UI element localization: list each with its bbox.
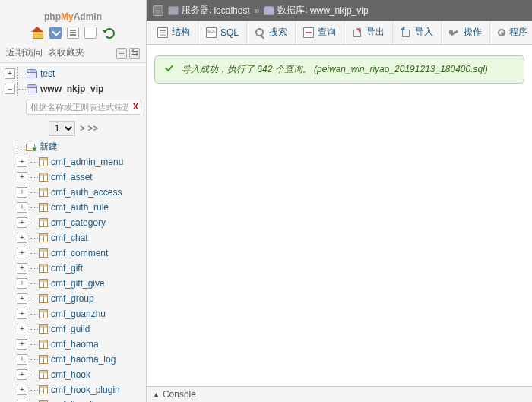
tree-table-row[interactable]: +cmf_hook_plugin <box>3 382 146 397</box>
favorites-link[interactable]: 表收藏夹 <box>48 47 84 58</box>
table-filter-input[interactable] <box>26 100 141 115</box>
expand-toggle[interactable]: + <box>17 157 27 167</box>
table-icon <box>39 324 48 334</box>
table-icon <box>39 355 48 364</box>
expand-toggle[interactable]: + <box>17 278 27 289</box>
tree-table-row[interactable]: +cmf_admin_menu <box>3 154 146 169</box>
tree-table-row[interactable]: +cmf_auth_access <box>3 185 146 200</box>
table-icon <box>39 248 48 258</box>
tree-db-test[interactable]: + test <box>3 66 146 81</box>
console-toggle-icon[interactable]: ▲ <box>153 391 160 398</box>
tree-table-row[interactable]: +cmf_asset <box>3 169 146 185</box>
nav-collapse-button[interactable]: ← <box>153 5 163 16</box>
table-label[interactable]: cmf_admin_menu <box>51 157 123 167</box>
recent-link[interactable]: 近期访问 <box>6 47 43 58</box>
main-panel: ← 服务器: localhost » 数据库: www_nkjp_vip 结构 … <box>147 0 532 402</box>
tree-table-row[interactable]: +cmf_auth_rule <box>3 200 146 215</box>
table-label[interactable]: cmf_comment <box>51 248 108 258</box>
export-icon <box>352 27 363 38</box>
tab-operations[interactable]: 操作 <box>442 21 490 44</box>
expand-toggle[interactable]: + <box>17 354 27 365</box>
table-label[interactable]: cmf_category <box>51 217 106 228</box>
collapse-all-button[interactable]: – <box>116 48 127 59</box>
sql-icon <box>206 27 217 38</box>
expand-toggle[interactable]: + <box>17 309 27 319</box>
expand-toggle[interactable]: + <box>17 369 27 380</box>
table-label[interactable]: cmf_chat <box>51 233 88 243</box>
table-pager: 1 > >> <box>3 118 146 139</box>
docs-icon[interactable] <box>84 27 97 39</box>
clear-filter-icon[interactable]: X <box>133 102 138 111</box>
table-label[interactable]: cmf_guild <box>51 324 90 334</box>
query-window-icon[interactable] <box>67 27 79 39</box>
check-icon <box>164 64 176 75</box>
new-label[interactable]: 新建 <box>40 141 58 154</box>
tab-search[interactable]: 搜索 <box>247 21 296 44</box>
tree-table-row[interactable]: +cmf_gift <box>3 261 146 276</box>
tab-sql[interactable]: SQL <box>198 21 247 44</box>
tree-table-row[interactable]: +cmf_chat <box>3 230 146 245</box>
table-label[interactable]: cmf_haoma <box>51 339 99 350</box>
unlink-button[interactable]: ⇆ <box>129 48 140 59</box>
table-icon <box>39 385 48 394</box>
server-icon <box>168 6 179 15</box>
tree-table-row[interactable]: +cmf_guild <box>3 321 146 337</box>
phpmyadmin-logo[interactable]: phpMyAdmin <box>0 0 146 25</box>
table-label[interactable]: cmf_gift_give <box>51 278 105 289</box>
expand-toggle[interactable]: + <box>5 68 15 79</box>
logout-icon[interactable] <box>49 27 62 39</box>
table-label[interactable]: cmf_hook_plugin <box>51 385 120 395</box>
expand-toggle[interactable]: + <box>17 339 27 350</box>
table-label[interactable]: cmf_hook <box>51 369 90 380</box>
tree-table-row[interactable]: +cmf_haoma_log <box>3 352 146 367</box>
database-tree: + test – www_nkjp_vip X 1 > >> <box>0 63 146 402</box>
expand-toggle[interactable]: + <box>17 187 27 198</box>
table-label[interactable]: cmf_asset <box>51 172 93 182</box>
table-icon <box>39 340 48 349</box>
table-label[interactable]: cmf_auth_access <box>51 187 122 198</box>
collapse-toggle[interactable]: – <box>5 84 15 94</box>
tree-table-row[interactable]: +cmf_jiangli <box>3 397 146 402</box>
page-select[interactable]: 1 <box>49 121 75 136</box>
expand-toggle[interactable]: + <box>17 202 27 213</box>
table-label[interactable]: cmf_group <box>51 293 94 304</box>
tab-import[interactable]: 导入 <box>393 21 442 44</box>
table-label[interactable]: cmf_haoma_log <box>51 354 116 365</box>
tab-routines[interactable]: 程序 <box>490 21 532 44</box>
table-label[interactable]: cmf_guanzhu <box>51 309 106 319</box>
tree-table-row[interactable]: +cmf_gift_give <box>3 276 146 291</box>
next-page-button[interactable]: > >> <box>80 123 98 134</box>
tree-table-row[interactable]: +cmf_guanzhu <box>3 306 146 321</box>
table-icon <box>39 157 48 166</box>
bc-server-link[interactable]: localhost <box>214 5 249 16</box>
expand-toggle[interactable]: + <box>17 172 27 182</box>
tree-table-row[interactable]: +cmf_hook <box>3 367 146 382</box>
console-bar[interactable]: ▲ Console <box>147 386 532 402</box>
tree-table-row[interactable]: +cmf_haoma <box>3 337 146 352</box>
tab-structure[interactable]: 结构 <box>150 21 198 44</box>
tab-export[interactable]: 导出 <box>344 21 393 44</box>
tree-new-table[interactable]: 新建 <box>3 139 146 154</box>
db-label[interactable]: test <box>40 68 55 79</box>
db-label[interactable]: www_nkjp_vip <box>40 84 103 94</box>
expand-toggle[interactable]: + <box>17 263 27 274</box>
reload-icon[interactable] <box>103 27 115 39</box>
bc-db-link[interactable]: www_nkjp_vip <box>310 5 369 16</box>
expand-toggle[interactable]: + <box>17 385 27 395</box>
tree-table-row[interactable]: +cmf_group <box>3 291 146 306</box>
tree-table-row[interactable]: +cmf_category <box>3 215 146 230</box>
table-icon <box>39 188 48 197</box>
home-icon[interactable] <box>31 27 43 39</box>
breadcrumb: ← 服务器: localhost » 数据库: www_nkjp_vip <box>147 0 532 21</box>
tab-query[interactable]: 查询 <box>296 21 344 44</box>
console-label: Console <box>163 389 196 400</box>
expand-toggle[interactable]: + <box>17 248 27 258</box>
table-label[interactable]: cmf_auth_rule <box>51 202 109 213</box>
expand-toggle[interactable]: + <box>17 324 27 334</box>
tree-db-active[interactable]: – www_nkjp_vip <box>3 81 146 97</box>
table-label[interactable]: cmf_gift <box>51 263 83 274</box>
expand-toggle[interactable]: + <box>17 217 27 228</box>
tree-table-row[interactable]: +cmf_comment <box>3 245 146 261</box>
expand-toggle[interactable]: + <box>17 293 27 304</box>
expand-toggle[interactable]: + <box>17 233 27 243</box>
